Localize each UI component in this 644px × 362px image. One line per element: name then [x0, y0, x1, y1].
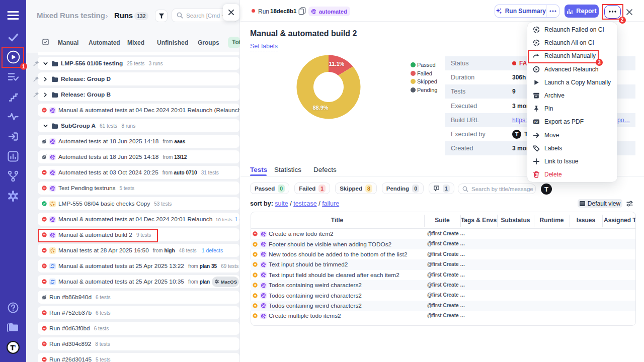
- svg-text:PDF: PDF: [534, 121, 538, 124]
